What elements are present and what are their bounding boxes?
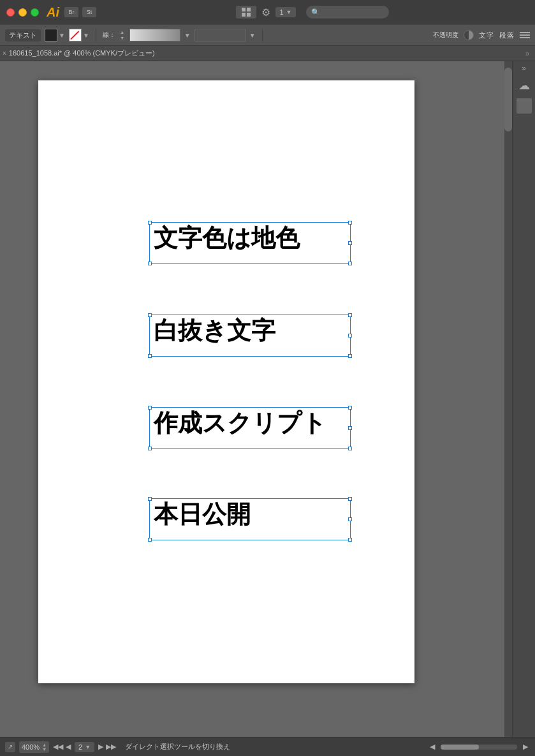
handle-mr-4[interactable] [348, 517, 352, 521]
handle-tr-2[interactable] [348, 313, 352, 317]
stroke-color-bar[interactable] [129, 29, 180, 41]
zoom-stepper[interactable]: ▲ ▼ [42, 743, 47, 752]
handle-bl-1[interactable] [148, 262, 152, 265]
traffic-lights [6, 8, 39, 17]
close-button[interactable] [6, 8, 15, 17]
page-number-value: 2 [78, 743, 82, 751]
tool-label: テキスト [5, 29, 41, 41]
fill-dropdown-arrow[interactable]: ▼ [59, 32, 65, 39]
zoom-up-arrow[interactable]: ▲ [42, 743, 47, 747]
tab-close-button[interactable]: × [3, 50, 6, 57]
color-dropdown-arrow[interactable]: ▼ [184, 32, 191, 39]
stroke-stepper[interactable]: ▲ ▼ [119, 30, 126, 41]
br-icon: Br [64, 7, 78, 17]
zoom-control[interactable]: 400% ▲ ▼ [19, 741, 49, 753]
canvas-area[interactable]: 文字色は地色 白抜き文字 作成スクリプト [0, 61, 512, 737]
opacity-icon [464, 30, 474, 40]
nav-buttons-right: ▶ ▶▶ [98, 743, 116, 751]
progress-fill [441, 745, 479, 750]
para-label[interactable]: 段落 [499, 31, 515, 40]
handle-br-1[interactable] [348, 262, 352, 265]
grid-icon [242, 8, 251, 17]
text-content-3: 作成スクリプト [150, 408, 350, 440]
title-bar: Ai Br St ⚙ 1 ▼ 🔍 [0, 0, 535, 24]
stroke-indicator[interactable]: ▼ [69, 29, 89, 41]
nav-next-button[interactable]: ▶ [98, 743, 103, 751]
opacity-label: 不透明度 [433, 31, 458, 40]
page-number[interactable]: 2 ▼ [75, 742, 94, 752]
handle-br-2[interactable] [348, 354, 352, 358]
fill-swatch[interactable] [45, 29, 57, 41]
panel-thumb[interactable] [517, 98, 532, 114]
text-box-4[interactable]: 本日公開 [149, 498, 351, 540]
progress-bar [441, 745, 517, 750]
tab-collapse-button[interactable]: » [522, 48, 532, 59]
nav-last-button[interactable]: ▶▶ [106, 743, 116, 751]
handle-mr-3[interactable] [348, 426, 352, 430]
minimize-button[interactable] [18, 8, 27, 17]
zoom-down-arrow[interactable]: ▼ [42, 747, 47, 752]
tab-bar: × 160615_1058.ai* @ 400% (CMYK/プレビュー) » [0, 46, 535, 61]
stroke-dropdown-arrow[interactable]: ▼ [83, 32, 89, 39]
handle-tl-3[interactable] [148, 406, 152, 410]
search-icon: 🔍 [311, 8, 320, 17]
text-content-2: 白抜き文字 [150, 315, 350, 347]
handle-tl-2[interactable] [148, 313, 152, 317]
nav-buttons: ◀◀ ◀ [53, 743, 71, 751]
st-icon: St [82, 7, 96, 17]
nav-first-button[interactable]: ◀◀ [53, 743, 63, 751]
scrollbar-v[interactable] [504, 61, 512, 737]
page-num-label: 1 [279, 8, 283, 16]
second-color-bar[interactable] [194, 29, 246, 41]
handle-tl-4[interactable] [148, 497, 152, 501]
handle-mr-2[interactable] [348, 334, 352, 337]
app-icon: Ai [47, 5, 59, 20]
handle-bl-3[interactable] [148, 447, 152, 450]
panel-collapse-icon[interactable]: » [522, 64, 526, 73]
status-nav-right-arrow[interactable]: ▶ [521, 743, 530, 752]
handle-tr-3[interactable] [348, 406, 352, 410]
tools-icon: ⚙ [261, 6, 270, 19]
status-bar: ↗ 400% ▲ ▼ ◀◀ ◀ 2 ▼ ▶ ▶▶ ダイレクト選択ツールを切り換え… [0, 737, 535, 756]
canvas-paper: 文字色は地色 白抜き文字 作成スクリプト [38, 80, 414, 683]
second-dropdown-arrow[interactable]: ▼ [249, 32, 256, 39]
right-panel: » ☁ [512, 61, 535, 737]
status-message: ダイレクト選択ツールを切り換え [125, 742, 230, 752]
handle-tr-4[interactable] [348, 497, 352, 501]
page-dropdown-arrow[interactable]: ▼ [85, 744, 91, 750]
nav-prev-button[interactable]: ◀ [66, 743, 71, 751]
fullscreen-button[interactable] [31, 8, 39, 17]
view-button[interactable] [236, 6, 256, 19]
handle-tl-1[interactable] [148, 221, 152, 225]
toolbar-right: 不透明度 文字 段落 [433, 30, 530, 40]
text-box-1[interactable]: 文字色は地色 [149, 222, 351, 264]
handle-br-4[interactable] [348, 538, 352, 542]
stroke-swatch[interactable] [69, 29, 82, 41]
handle-bl-4[interactable] [148, 538, 152, 542]
page-indicator: 1 ▼ [275, 7, 295, 17]
scrollbar-thumb-v[interactable] [504, 68, 512, 131]
sep1 [96, 29, 96, 41]
title-bar-icons: Br St [64, 7, 96, 17]
export-icon[interactable]: ↗ [5, 742, 15, 752]
text-content-1: 文字色は地色 [150, 223, 350, 255]
zoom-value: 400% [22, 743, 40, 751]
fill-stroke[interactable]: ▼ [45, 29, 65, 41]
toolbar: テキスト ▼ ▼ 線： ▲ ▼ ▼ ▼ 不透明度 文字 段落 [0, 24, 535, 46]
adobe-cloud-icon[interactable]: ☁ [517, 78, 532, 93]
handle-tr-1[interactable] [348, 221, 352, 225]
text-content-4: 本日公開 [150, 499, 350, 531]
status-nav-left-arrow[interactable]: ◀ [428, 743, 437, 752]
stroke-down-arrow[interactable]: ▼ [119, 36, 126, 41]
panel-menu-icon[interactable] [520, 31, 530, 39]
stroke-label: 線： [103, 31, 115, 40]
text-box-3[interactable]: 作成スクリプト [149, 407, 351, 449]
handle-br-3[interactable] [348, 447, 352, 450]
search-bar[interactable]: 🔍 [306, 6, 389, 19]
status-right: ◀ ▶ [428, 743, 530, 752]
handle-mr-1[interactable] [348, 241, 352, 245]
text-box-2[interactable]: 白抜き文字 [149, 315, 351, 357]
handle-bl-2[interactable] [148, 354, 152, 358]
char-label[interactable]: 文字 [479, 31, 494, 40]
stroke-up-arrow[interactable]: ▲ [119, 30, 126, 35]
